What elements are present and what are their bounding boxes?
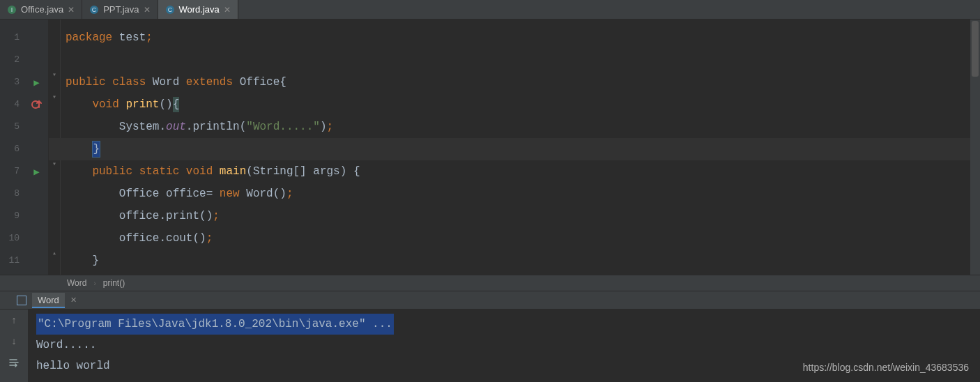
dot: . [186, 121, 193, 133]
arg-type: String[] [253, 165, 307, 178]
tab-ppt[interactable]: C PPT.java ✕ [82, 0, 158, 19]
tab-label: Office.java [21, 4, 63, 15]
line-number: 8 [0, 183, 25, 205]
run-tool-header: Word ✕ [0, 291, 980, 310]
line-number: 1 [0, 26, 25, 49]
lparen: ( [240, 121, 247, 133]
run-config-icon [17, 296, 26, 305]
rparen: ) [320, 121, 327, 133]
pkg-name: test [119, 31, 146, 44]
code-editor[interactable]: ▾ ▾ ▴ ▾ ▴ package test; public class Wor… [49, 20, 970, 275]
lparen: ( [246, 165, 253, 178]
line-number-gutter: 1 2 3 4 5 6 7 8 9 10 11 [0, 20, 25, 275]
run-console: ↑ ↓ "C:\Program Files\Java\jdk1.8.0_202\… [0, 310, 980, 382]
parens: () [159, 98, 172, 111]
parens: () [199, 210, 213, 222]
line-number: 7 [0, 160, 25, 183]
console-line: Word..... [36, 335, 972, 356]
run-tab-title[interactable]: Word [32, 293, 65, 308]
call: print [166, 210, 199, 222]
kw-class: class [112, 76, 146, 89]
scroll-thumb[interactable] [972, 21, 979, 77]
line-number: 5 [0, 116, 25, 138]
vertical-scrollbar[interactable] [970, 20, 980, 275]
rparen: ) [340, 165, 347, 178]
svg-text:C: C [92, 6, 97, 13]
var-name: office [166, 188, 206, 200]
line-number: 2 [0, 49, 25, 71]
parens: () [273, 188, 286, 200]
line-number: 10 [0, 227, 25, 250]
console-command: "C:\Program Files\Java\jdk1.8.0_202\bin\… [36, 314, 394, 335]
close-icon[interactable]: ✕ [144, 6, 151, 14]
editor-area: 1 2 3 4 5 6 7 8 9 10 11 ▶ ▶ [0, 20, 980, 275]
arg-name: args [313, 165, 339, 178]
kw-extends: extends [186, 76, 233, 89]
scroll-up-icon[interactable]: ↑ [7, 314, 21, 328]
line-number: 9 [0, 205, 25, 227]
open-brace: { [280, 76, 286, 89]
breadcrumb-method[interactable]: print() [103, 278, 125, 288]
override-up-icon[interactable] [31, 98, 43, 111]
dot: . [159, 121, 166, 133]
var: office [119, 232, 160, 245]
console-output[interactable]: "C:\Program Files\Java\jdk1.8.0_202\bin\… [28, 310, 980, 382]
kw-public: public [66, 76, 106, 89]
interface-icon: I [7, 5, 17, 15]
call-println: println [192, 121, 239, 133]
kw-public: public [92, 165, 132, 178]
super-name: Office [240, 76, 280, 89]
line-number: 4 [0, 93, 25, 116]
semicolon: ; [206, 232, 213, 245]
tab-office[interactable]: I Office.java ✕ [0, 0, 82, 19]
scroll-down-icon[interactable]: ↓ [7, 335, 21, 349]
dot: . [159, 232, 166, 245]
close-brace: } [92, 141, 100, 158]
eq: = [206, 188, 213, 200]
chevron-right-icon: › [93, 280, 95, 287]
method-main: main [220, 165, 246, 178]
class-icon: C [165, 5, 175, 15]
space [346, 165, 353, 178]
tab-label: Word.java [179, 4, 220, 15]
open-brace: { [173, 97, 180, 112]
field-out: out [166, 121, 186, 133]
run-line-icon[interactable]: ▶ [33, 166, 39, 178]
close-icon[interactable]: ✕ [70, 296, 77, 305]
tab-word[interactable]: C Word.java ✕ [158, 0, 238, 19]
svg-text:C: C [167, 6, 172, 13]
method-name: print [125, 98, 159, 111]
svg-text:I: I [11, 6, 13, 13]
watermark-text: https://blog.csdn.net/weixin_43683536 [803, 357, 969, 378]
class-icon: C [89, 5, 99, 15]
close-icon[interactable]: ✕ [224, 6, 231, 14]
line-number: 6 [0, 138, 25, 160]
console-gutter: ↑ ↓ [0, 310, 28, 382]
close-brace: } [92, 254, 99, 267]
semicolon: ; [327, 121, 334, 133]
run-line-icon[interactable]: ▶ [33, 77, 39, 89]
ctor: Word [246, 188, 273, 200]
kw-static: static [139, 165, 180, 178]
semicolon: ; [286, 188, 293, 200]
soft-wrap-icon[interactable] [7, 356, 21, 369]
tab-label: PPT.java [103, 4, 139, 15]
dot: . [159, 210, 166, 222]
line-number: 3 [0, 71, 25, 93]
breadcrumb: Word › print() [0, 275, 980, 291]
editor-tab-bar: I Office.java ✕ C PPT.java ✕ C Word.java… [0, 0, 980, 20]
parens: () [192, 232, 206, 245]
gutter-actions: ▶ ▶ [25, 20, 49, 275]
semicolon: ; [146, 31, 153, 44]
line-number: 11 [0, 250, 25, 272]
kw-void: void [92, 98, 118, 111]
semicolon: ; [213, 210, 220, 222]
sys: System [119, 121, 160, 133]
breadcrumb-class[interactable]: Word [67, 278, 86, 288]
close-icon[interactable]: ✕ [68, 6, 75, 14]
kw-package: package [66, 31, 112, 44]
kw-void: void [186, 165, 213, 178]
open-brace: { [353, 165, 360, 178]
class-name: Word [153, 76, 179, 89]
kw-new: new [220, 188, 240, 200]
